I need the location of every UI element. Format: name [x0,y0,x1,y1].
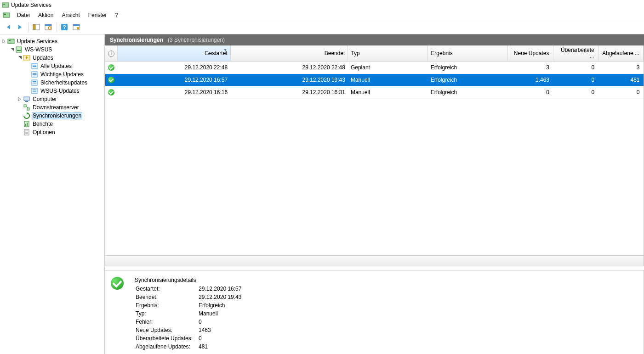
toolbar [0,20,644,34]
refresh-orange-icon [45,23,52,31]
detail-key: Typ: [136,310,198,317]
cell-rev: 0 [553,62,598,74]
expand-icon[interactable] [1,38,7,45]
tree-label: Sicherheitsupdates [40,79,88,86]
leaf-icon [31,62,38,70]
show-hide-button[interactable] [31,22,42,33]
collapse-icon[interactable] [9,46,15,53]
detail-value: 0 [199,318,241,326]
cell-started: 29.12.2020 16:57 [118,74,231,86]
tree-node-wichtige-updates[interactable]: Wichtige Updates [0,70,104,79]
col-new[interactable]: Neue Updates [508,45,553,62]
cell-ended: 29.12.2020 22:48 [230,62,348,74]
menu-aktion[interactable]: Aktion [34,11,57,20]
menu-?[interactable]: ? [111,11,122,20]
server-icon [15,46,23,53]
panel-icon [33,23,40,31]
cell-rev: 0 [553,86,598,99]
collapse-icon[interactable] [17,55,23,61]
titlebar: Update Services [0,0,644,10]
success-icon [111,277,124,290]
leaf-icon [31,71,38,78]
col-result[interactable]: Ergebnis [428,45,508,62]
col-status[interactable]: i [105,45,118,62]
props-icon [73,23,80,31]
tree-label: WSUS-Updates [40,88,80,94]
forward-button[interactable] [15,22,26,33]
window-title: Update Services [11,2,51,8]
computer-icon [23,96,30,103]
help-icon [61,23,68,31]
cell-type: Manuell [348,74,428,86]
splitter[interactable] [105,266,644,270]
tree-node-update-services[interactable]: Update Services [0,37,104,45]
tree-node-optionen[interactable]: Optionen [0,128,104,136]
grid: iGestartet▼BeendetTypErgebnisNeue Update… [105,45,644,266]
cell-exp: 0 [598,86,643,99]
detail-row: Überarbeitete Updates:0 [136,335,241,342]
tree-label: Downstreamserver [32,104,80,111]
tree-spacer [24,71,31,78]
col-ended[interactable]: Beendet [230,45,348,62]
help-button[interactable] [59,22,70,33]
tree-node-synchronisierungen[interactable]: Synchronisierungen [0,112,104,120]
detail-row: Beendet:29.12.2020 19:43 [136,293,241,301]
tree-node-berichte[interactable]: Berichte [0,120,104,128]
menu-ansicht[interactable]: Ansicht [57,11,84,20]
toolbar-separator [28,22,29,32]
detail-key: Fehler: [136,318,198,326]
tree-spacer [17,129,23,135]
refresh-button[interactable] [43,22,54,33]
table-row[interactable]: 29.12.2020 22:4829.12.2020 22:48GeplantE… [105,62,644,74]
table-row[interactable]: 29.12.2020 16:1629.12.2020 16:31ManuellE… [105,86,644,99]
detail-key: Beendet: [136,293,198,301]
menubar: DateiAktionAnsichtFenster? [0,10,644,20]
detail-key: Überarbeitete Updates: [136,335,198,342]
cell-new: 3 [508,62,553,74]
cell-new: 0 [508,86,553,99]
tree-node-alle-updates[interactable]: Alle Updates [0,62,104,70]
cell-exp: 3 [598,62,643,74]
tree-label: WS-WSUS [24,46,53,53]
col-exp[interactable]: Abgelaufene ... [598,45,643,62]
cell-started: 29.12.2020 16:16 [118,86,231,99]
success-icon [108,77,114,83]
cell-ended: 29.12.2020 19:43 [230,74,348,86]
cell-rev: 0 [553,74,598,86]
updates-icon [23,54,30,62]
detail-row: Fehler:0 [136,318,241,326]
tree-spacer [24,63,31,69]
cell-result: Erfolgreich [428,62,508,74]
content-header: Synchronisierungen (3 Synchronisierungen… [105,34,644,45]
cell-ended: 29.12.2020 16:31 [230,86,348,99]
options-icon [23,129,30,136]
tree-label: Alle Updates [40,63,73,69]
tree-node-downstreamserver[interactable]: Downstreamserver [0,103,104,112]
menu-datei[interactable]: Datei [13,11,34,20]
tree-node-sicherheitsupdates[interactable]: Sicherheitsupdates [0,79,104,87]
menu-fenster[interactable]: Fenster [84,11,111,20]
back-button[interactable] [3,22,14,33]
col-type[interactable]: Typ [348,45,428,62]
col-rev[interactable]: Überarbeitete ... [553,45,598,62]
content-title: Synchronisierungen [110,37,163,43]
detail-value: 29.12.2020 16:57 [199,285,241,292]
sync-table[interactable]: iGestartet▼BeendetTypErgebnisNeue Update… [105,45,644,99]
detail-value: Erfolgreich [199,302,241,309]
detail-key: Gestartet: [136,285,198,292]
tree-node-ws-wsus[interactable]: WS-WSUS [0,45,104,54]
col-started[interactable]: Gestartet▼ [118,45,231,62]
success-icon [108,89,114,96]
tree-label: Synchronisierungen [32,112,82,119]
main: Update ServicesWS-WSUSUpdatesAlle Update… [0,34,644,354]
leaf-icon [31,79,38,86]
props-button[interactable] [71,22,82,33]
tree-node-updates[interactable]: Updates [0,54,104,62]
tree-node-computer[interactable]: Computer [0,95,104,103]
details-title: Synchronisierungsdetails [135,277,242,283]
tree-spacer [17,112,23,119]
expand-icon[interactable] [17,96,23,102]
table-row[interactable]: 29.12.2020 16:5729.12.2020 19:43ManuellE… [105,74,644,86]
tree-spacer [17,104,23,111]
tree-node-wsus-updates[interactable]: WSUS-Updates [0,87,104,95]
